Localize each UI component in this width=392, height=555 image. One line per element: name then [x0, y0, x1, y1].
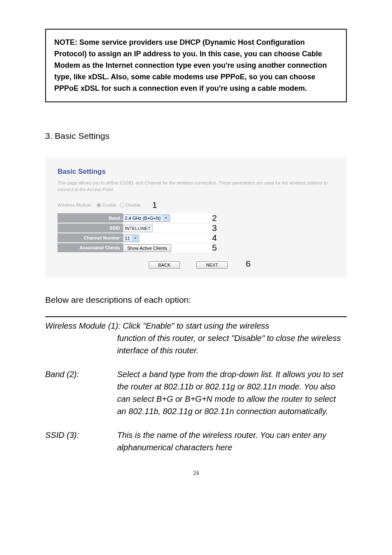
annotation-2: 2: [212, 213, 217, 223]
settings-table: Band : 2.4 GHz (B+G+N) 2 SSID : INTELLIN…: [58, 213, 229, 253]
wireless-module-row: Wireless Module : Enable Disable 1: [58, 200, 334, 210]
def-wireless-module: Wireless Module (1): Click "Enable" to s…: [45, 320, 347, 357]
nav-row: BACK NEXT 6: [58, 259, 334, 269]
channel-select[interactable]: 11: [123, 235, 139, 242]
def-band-body: Select a band type from the drop-down li…: [117, 368, 347, 417]
def-ssid-body: This is the name of the wireless router.…: [117, 429, 347, 454]
below-intro: Below are descriptions of each option:: [45, 295, 347, 305]
next-button[interactable]: NEXT: [196, 261, 227, 269]
band-select-value: 2.4 GHz (B+G+N): [125, 216, 163, 221]
def-band: Band (2): Select a band type from the dr…: [45, 368, 347, 417]
note-box: NOTE: Some service providers use DHCP (D…: [45, 29, 347, 102]
panel-desc: This page allows you to define ESSID, an…: [58, 180, 334, 193]
def-wm-body: function of this router, or select "Disa…: [45, 332, 347, 357]
back-button[interactable]: BACK: [149, 261, 180, 269]
chevron-down-icon: [163, 215, 169, 221]
annotation-6: 6: [246, 259, 251, 269]
note-text: NOTE: Some service providers use DHCP (D…: [54, 38, 327, 92]
section-heading: 3. Basic Settings: [45, 131, 347, 141]
def-wm-line1: Wireless Module (1): Click "Enable" to s…: [45, 320, 347, 332]
chevron-down-icon: [132, 235, 138, 241]
disable-label: Disable: [126, 203, 141, 207]
ssid-input[interactable]: INTELLINET: [123, 225, 152, 232]
page-number: 24: [45, 470, 347, 477]
enable-radio[interactable]: [97, 203, 101, 207]
annotation-3: 3: [212, 223, 217, 233]
panel-title: Basic Settings: [58, 168, 334, 176]
band-select[interactable]: 2.4 GHz (B+G+N): [123, 214, 170, 222]
channel-select-value: 11: [125, 236, 132, 241]
disable-radio[interactable]: [120, 203, 125, 207]
divider: [45, 316, 347, 317]
ssid-label: SSID :: [58, 223, 123, 233]
ssid-value: INTELLINET: [125, 226, 150, 231]
show-active-clients-button[interactable]: Show Active Clients: [123, 244, 172, 252]
annotation-5: 5: [212, 243, 217, 253]
channel-label: Channel Number :: [58, 233, 123, 243]
def-band-term: Band (2):: [45, 368, 117, 417]
def-ssid: SSID (3): This is the name of the wirele…: [45, 429, 347, 454]
wireless-module-label: Wireless Module :: [58, 203, 93, 207]
basic-settings-panel: Basic Settings This page allows you to d…: [45, 157, 347, 278]
annotation-4: 4: [212, 233, 217, 243]
definitions: Wireless Module (1): Click "Enable" to s…: [45, 320, 347, 454]
band-label: Band :: [58, 213, 123, 223]
enable-label: Enable: [102, 203, 116, 207]
def-ssid-term: SSID (3):: [45, 429, 117, 454]
assoc-label: Associated Clients :: [58, 243, 123, 253]
annotation-1: 1: [152, 200, 157, 210]
